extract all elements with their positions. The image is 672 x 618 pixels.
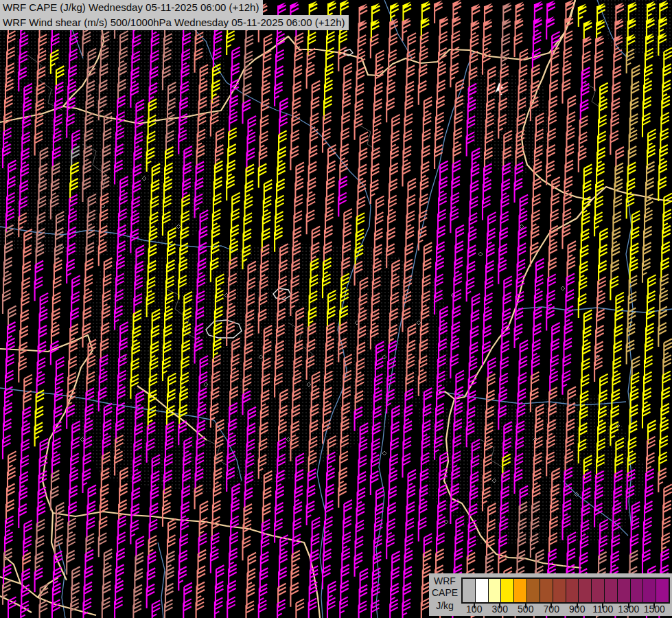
cape-colorbar-cell	[513, 579, 526, 602]
cape-colorbar	[461, 577, 670, 604]
cape-colorbar-cell	[566, 579, 579, 602]
colorbar-tick-label: 1100	[592, 604, 613, 615]
cape-colorbar-cell	[578, 579, 591, 602]
cape-colorbar-cell	[604, 579, 617, 602]
legend-unit-label: J/kg	[429, 601, 461, 611]
colorbar-tick-label: 300	[492, 604, 508, 615]
map-title: WRF CAPE (J/kg) Wednesday 05-11-2025 06:…	[0, 0, 349, 30]
title-line-cape: WRF CAPE (J/kg) Wednesday 05-11-2025 06:…	[0, 0, 263, 15]
cape-colorbar-cell	[526, 579, 540, 602]
colorbar-tick-label: 500	[518, 604, 533, 615]
cape-colorbar-cell	[488, 579, 501, 602]
colorbar-tick-label: 1300	[618, 604, 639, 615]
legend-product-label: WRF	[429, 576, 461, 586]
cape-colorbar-cell	[553, 579, 566, 602]
cape-colorbar-cell	[540, 579, 553, 602]
cape-colorbar-cell	[500, 579, 513, 602]
colorbar-tick-label: 700	[544, 604, 559, 615]
cape-colorbar-cell	[463, 579, 475, 602]
cape-colorbar-cell	[475, 579, 488, 602]
cape-colorbar-cell	[617, 579, 630, 602]
weather-map-screen: WRF CAPE (J/kg) Wednesday 05-11-2025 06:…	[0, 0, 672, 618]
cape-legend: WRF CAPE J/kg 10030050070090011001300150…	[429, 573, 672, 616]
title-line-shear: WRF Wind shear (m/s) 500/1000hPa Wednesd…	[0, 15, 349, 30]
cape-colorbar-cell	[656, 579, 669, 602]
weather-map	[0, 0, 672, 618]
colorbar-tick-label: 100	[466, 604, 482, 615]
legend-parameter-label: CAPE	[429, 588, 461, 598]
colorbar-tick-label: 1500	[644, 604, 665, 615]
cape-colorbar-cell	[630, 579, 643, 602]
cape-colorbar-cell	[591, 579, 604, 602]
cape-colorbar-cell	[642, 579, 656, 602]
colorbar-tick-label: 900	[569, 604, 585, 615]
